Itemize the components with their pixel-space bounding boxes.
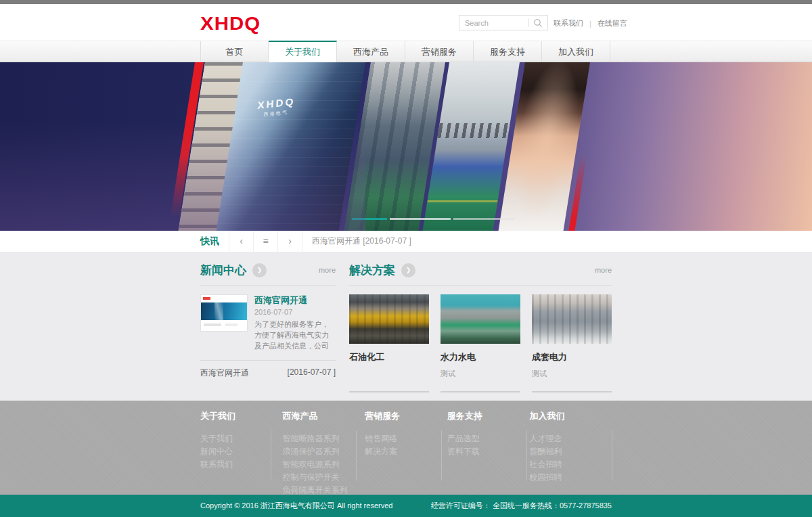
- nav-item-about[interactable]: 关于我们: [269, 41, 337, 63]
- thumb-logo: [203, 297, 210, 300]
- search-input[interactable]: [459, 19, 528, 27]
- news-item-title[interactable]: 西海官网开通: [254, 294, 336, 307]
- site-header: XHDQ 联系我们 | 在线留言: [0, 4, 812, 41]
- card-title[interactable]: 水力水电: [441, 351, 520, 363]
- solutions-section-title: 解决方案: [349, 263, 395, 278]
- news-ticker: 快讯 ‹ ≡ › 西海官网开通 [2016-07-07 ]: [0, 231, 812, 252]
- nav-item-join[interactable]: 加入我们: [542, 41, 610, 63]
- section-divider: [200, 360, 336, 361]
- footer-col-products: 西海产品 智能断路器系列 浪涌保护器系列 智能双电源系列 控制与保护开关 负荷隔…: [283, 410, 365, 495]
- footer-link[interactable]: 智能断路器系列: [283, 432, 365, 445]
- petrochemical-image: [349, 294, 429, 344]
- nav-item-home[interactable]: 首页: [200, 41, 269, 63]
- ticker-list-icon[interactable]: ≡: [254, 231, 277, 252]
- nav-item-marketing[interactable]: 营销服务: [405, 41, 474, 63]
- card-title[interactable]: 成套电力: [532, 351, 612, 363]
- news-item-excerpt: 为了更好的服务客户，方便了解西海电气实力及产品相关信息，公司企业网站http:/…: [254, 319, 336, 352]
- footer-col-title: 西海产品: [283, 410, 365, 422]
- pager-bar-active[interactable]: [352, 218, 387, 220]
- factory-floor-line: [427, 200, 497, 202]
- footer-col-title: 关于我们: [200, 410, 283, 422]
- ticker-prev-icon[interactable]: ‹: [229, 231, 253, 252]
- hydropower-image: [441, 294, 520, 344]
- section-divider: [200, 285, 336, 286]
- building-glass: [217, 62, 365, 231]
- news-list-date: [2016-07-07 ]: [288, 367, 336, 379]
- section-divider: [349, 285, 612, 286]
- news-arrow-icon[interactable]: ❯: [252, 263, 267, 277]
- pager-bar[interactable]: [390, 218, 451, 220]
- pager-bar[interactable]: [453, 218, 514, 220]
- footer-divider: [271, 430, 271, 480]
- workers-row: [437, 123, 510, 138]
- online-message-link[interactable]: 在线留言: [597, 18, 627, 28]
- license-text: 经营许可证编号： 全国统一服务热线：0577-27875835: [431, 501, 612, 511]
- hero-banner: XHDQ 西海电气: [0, 62, 812, 231]
- ticker-next-icon[interactable]: ›: [278, 231, 302, 252]
- search-box: [459, 15, 548, 30]
- solution-card-power-sets[interactable]: 成套电力 测试: [532, 294, 612, 392]
- copyright-text: Copyright © 2016 浙江西海电气有限公司 All right re…: [200, 501, 392, 511]
- ticker-headline[interactable]: 西海官网开通 [2016-07-07 ]: [302, 235, 411, 247]
- footer-col-support: 服务支持 产品选型 资料下载: [447, 410, 530, 495]
- news-section-title: 新闻中心: [200, 263, 246, 278]
- hero-pagination: [352, 218, 514, 220]
- hero-building-image: XHDQ 西海电气: [179, 62, 365, 231]
- footer-link[interactable]: 社会招聘: [529, 458, 612, 471]
- footer-col-join: 加入我们 人才理念 薪酬福利 社会招聘 校园招聘: [529, 410, 612, 495]
- solutions-section: 解决方案 ❯ more 石油化工 水力水电 测试: [349, 261, 612, 392]
- news-thumbnail: [200, 294, 248, 332]
- solution-card-petrochemical[interactable]: 石油化工: [349, 294, 429, 392]
- nav-item-support[interactable]: 服务支持: [474, 41, 542, 63]
- news-section: 新闻中心 ❯ more 西海官网开通 2016-07-07 为了更好的服务客户，…: [200, 261, 336, 392]
- footer-link[interactable]: 浪涌保护器系列: [283, 445, 365, 458]
- power-sets-image: [532, 294, 612, 344]
- solutions-more-link[interactable]: more: [595, 266, 612, 274]
- footer-link[interactable]: 薪酬福利: [529, 445, 612, 458]
- bottom-bar: Copyright © 2016 浙江西海电气有限公司 All right re…: [0, 495, 812, 517]
- contact-us-link[interactable]: 联系我们: [554, 18, 583, 28]
- card-subtitle: 测试: [532, 369, 612, 379]
- footer-divider: [441, 430, 442, 480]
- solution-card-hydropower[interactable]: 水力水电 测试: [441, 294, 520, 392]
- nav-item-products[interactable]: 西海产品: [337, 41, 405, 63]
- footer-col-marketing: 营销服务 销售网络 解决方案: [365, 410, 447, 495]
- footer-link[interactable]: 控制与保护开关: [283, 471, 365, 484]
- card-divider: [441, 391, 520, 392]
- thumb-line: [204, 323, 221, 326]
- thumb-line: [225, 323, 238, 326]
- card-divider: [349, 391, 429, 392]
- nav-menu: 首页 关于我们 西海产品 营销服务 服务支持 加入我们: [200, 41, 612, 62]
- thumb-banner: [201, 302, 247, 320]
- footer-divider: [526, 430, 527, 480]
- ticker-label: 快讯: [200, 235, 229, 248]
- footer-col-title: 营销服务: [365, 410, 447, 422]
- footer-col-title: 加入我们: [529, 410, 612, 422]
- footer-divider: [356, 430, 357, 480]
- card-divider: [532, 391, 612, 392]
- footer-link[interactable]: 人才理念: [529, 432, 612, 445]
- news-list-title[interactable]: 西海官网开通: [200, 367, 249, 379]
- header-links-divider: |: [589, 20, 591, 28]
- site-logo[interactable]: XHDQ: [200, 13, 261, 35]
- news-list-item[interactable]: 西海官网开通 [2016-07-07 ]: [200, 367, 336, 379]
- footer-link[interactable]: 销售网络: [365, 432, 447, 445]
- footer-link[interactable]: 资料下载: [447, 445, 530, 458]
- footer-divider: [612, 430, 612, 480]
- footer-link[interactable]: 产品选型: [447, 432, 530, 445]
- news-item[interactable]: 西海官网开通 2016-07-07 为了更好的服务客户，方便了解西海电气实力及产…: [200, 294, 336, 352]
- footer-link[interactable]: 校园招聘: [529, 471, 612, 484]
- news-item-date: 2016-07-07: [254, 308, 336, 316]
- search-button[interactable]: [528, 16, 547, 30]
- card-title[interactable]: 石油化工: [349, 351, 429, 363]
- header-links: 联系我们 | 在线留言: [554, 18, 627, 28]
- card-subtitle: 测试: [441, 369, 520, 379]
- solutions-arrow-icon[interactable]: ❯: [401, 263, 415, 277]
- main-content: 新闻中心 ❯ more 西海官网开通 2016-07-07 为了更好的服务客户，…: [0, 252, 812, 401]
- footer-link[interactable]: 智能双电源系列: [283, 458, 365, 471]
- search-icon: [533, 18, 543, 28]
- footer-link[interactable]: 解决方案: [365, 445, 447, 458]
- building-logo-sign: XHDQ 西海电气: [256, 95, 295, 119]
- news-more-link[interactable]: more: [319, 266, 336, 274]
- site-footer: 关于我们 关于我们 新闻中心 联系我们 西海产品 智能断路器系列 浪涌保护器系列…: [0, 401, 812, 495]
